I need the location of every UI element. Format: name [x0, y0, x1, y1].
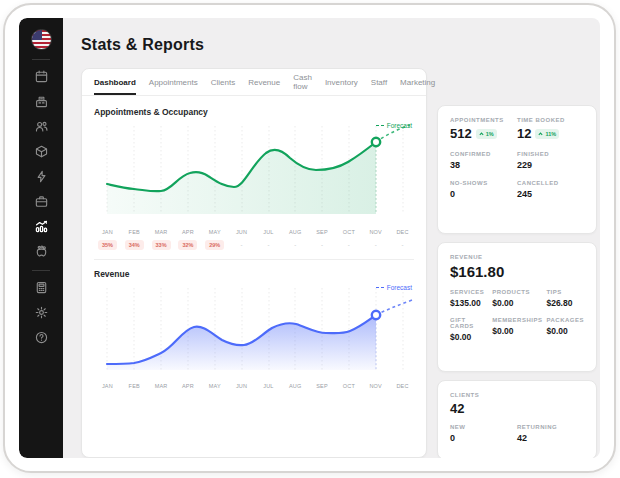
- stat-memberships: MEMBERSHIPS $0.00: [492, 317, 542, 342]
- tab-staff[interactable]: Staff: [371, 69, 387, 95]
- appointments-stats-card: APPOINTMENTS 512 1% TIME BOOKED 12 11%: [437, 105, 597, 234]
- occupancy-badge: 32%: [178, 240, 197, 250]
- appointments-delta-badge: 1%: [476, 129, 497, 139]
- settings-icon[interactable]: [27, 300, 55, 325]
- chevron-up-icon: [538, 132, 543, 136]
- stats-icon[interactable]: [27, 214, 55, 239]
- forecast-dash-icon: [376, 287, 384, 288]
- occupancy-empty: -: [267, 242, 269, 248]
- occupancy-empty: -: [402, 242, 404, 248]
- revenue-total: $161.80: [450, 263, 584, 280]
- sidebar: ▾: [19, 18, 63, 458]
- stat-services: SERVICES $135.00: [450, 289, 488, 308]
- stat-products: PRODUCTS $0.00: [492, 289, 542, 308]
- tab-cash-flow[interactable]: Cash flow: [293, 69, 312, 95]
- stat-time-booked: TIME BOOKED 12 11%: [517, 117, 584, 141]
- charts-card: Dashboard Appointments Clients Revenue C…: [81, 68, 427, 458]
- revenue-chart-title: Revenue: [94, 269, 414, 279]
- stat-tips: TIPS $26.80: [546, 289, 584, 308]
- calendar-icon[interactable]: [27, 64, 55, 89]
- occupancy-badge: 35%: [98, 240, 117, 250]
- forecast-dash-icon: [376, 125, 384, 126]
- tab-inventory[interactable]: Inventory: [325, 69, 358, 95]
- tablet-frame: ▾: [3, 3, 616, 473]
- stat-packages: PACKAGES $0.00: [546, 317, 584, 342]
- tab-bar: Dashboard Appointments Clients Revenue C…: [82, 69, 426, 96]
- stat-confirmed: CONFIRMED 38: [450, 151, 517, 170]
- occupancy-badge: 33%: [152, 240, 171, 250]
- time-booked-delta-badge: 11%: [535, 129, 559, 139]
- clients-total: 42: [450, 401, 584, 416]
- briefcase-icon[interactable]: [27, 189, 55, 214]
- stat-returning-clients: RETURNING 42: [517, 424, 584, 443]
- stat-gift-cards: GIFT CARDS $0.00: [450, 317, 488, 342]
- card-terminal-icon[interactable]: [27, 275, 55, 300]
- chevron-up-icon: [479, 132, 484, 136]
- stat-new-clients: NEW 0: [450, 424, 517, 443]
- stat-appointments: APPOINTMENTS 512 1%: [450, 117, 517, 141]
- marketing-icon[interactable]: [27, 239, 55, 264]
- appointments-value: 512: [450, 126, 472, 141]
- clients-label: CLIENTS: [450, 392, 584, 398]
- occupancy-empty: -: [375, 242, 377, 248]
- occupancy-empty: -: [321, 242, 323, 248]
- stat-finished: FINISHED 229: [517, 151, 584, 170]
- clients-icon[interactable]: [27, 114, 55, 139]
- quick-actions-icon[interactable]: [27, 164, 55, 189]
- tab-appointments[interactable]: Appointments: [149, 69, 198, 95]
- time-booked-value: 12: [517, 126, 531, 141]
- month-axis: JANFEBMARAPRMAYJUNJULAUGSEPOCTNOVDEC: [94, 383, 416, 389]
- series-end-marker: [372, 138, 380, 146]
- tab-revenue[interactable]: Revenue: [248, 69, 280, 95]
- occupancy-empty: -: [241, 242, 243, 248]
- series-end-marker: [372, 311, 380, 319]
- help-icon[interactable]: [27, 325, 55, 350]
- occupancy-empty: -: [294, 242, 296, 248]
- sidebar-divider: [32, 59, 50, 60]
- occupancy-badge: 34%: [125, 240, 144, 250]
- stat-cancelled: CANCELLED 245: [517, 180, 584, 199]
- tab-marketing[interactable]: Marketing: [400, 69, 435, 95]
- tablet-mockup: ▾: [0, 0, 620, 478]
- revenue-section: Revenue Forecast: [82, 260, 426, 389]
- profile-avatar-us-flag[interactable]: [31, 29, 52, 50]
- app-screen: ▾: [19, 18, 600, 458]
- revenue-stats-card: REVENUE $161.80 SERVICES $135.00 PRODUCT…: [437, 242, 597, 372]
- sales-register-icon[interactable]: [27, 89, 55, 114]
- appointments-occupancy-section: Appointments & Occupancy Forecast: [82, 96, 426, 260]
- appointments-chart-title: Appointments & Occupancy: [94, 107, 414, 117]
- forecast-legend-green: Forecast: [376, 122, 412, 129]
- stat-no-shows: NO-SHOWS 0: [450, 180, 517, 199]
- occupancy-badge: 29%: [205, 240, 224, 250]
- main-area: Stats & Reports Dashboard Appointments C…: [63, 18, 600, 458]
- occupancy-badges: 35% 34% 33% 32% 29% - - - - - - -: [94, 240, 416, 250]
- appointments-line-chart: [94, 120, 416, 228]
- products-icon[interactable]: [27, 139, 55, 164]
- tab-dashboard[interactable]: Dashboard: [94, 69, 136, 95]
- tab-clients[interactable]: Clients: [211, 69, 235, 95]
- month-axis: JANFEBMARAPRMAYJUNJULAUGSEPOCTNOVDEC: [94, 229, 416, 235]
- revenue-area-chart: [94, 282, 416, 382]
- occupancy-empty: -: [348, 242, 350, 248]
- page-title: Stats & Reports: [81, 36, 204, 54]
- forecast-legend-blue: Forecast: [376, 284, 412, 291]
- sidebar-divider: [32, 270, 50, 271]
- revenue-label: REVENUE: [450, 254, 584, 260]
- clients-stats-card: CLIENTS 42 NEW 0 RETURNING 42: [437, 380, 597, 458]
